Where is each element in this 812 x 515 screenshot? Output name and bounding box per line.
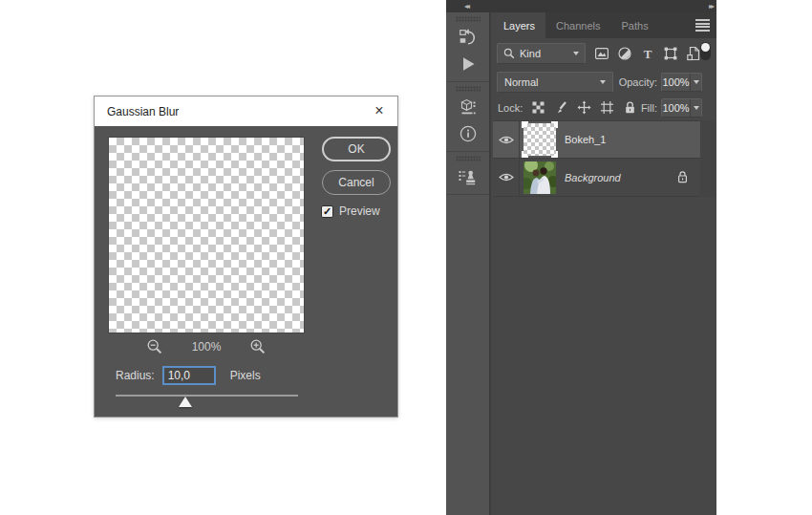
magnifier-plus-icon[interactable] [249, 338, 267, 355]
lock-row: Lock: [493, 95, 716, 120]
actions-panel-icon[interactable] [446, 51, 489, 77]
layer-locked-icon[interactable] [676, 170, 689, 184]
layer-filter-toggle-icon[interactable] [700, 42, 711, 60]
chevron-down-icon [694, 106, 699, 110]
info-panel-icon[interactable] [446, 120, 489, 147]
dock-section [446, 16, 489, 82]
opacity-label: Opacity: [619, 76, 657, 88]
lock-transparency-icon[interactable] [530, 100, 545, 116]
blend-mode-value: Normal [504, 76, 538, 88]
selection-bracket [522, 121, 528, 128]
tab-paths[interactable]: Paths [611, 12, 659, 38]
layer-comps-panel-icon[interactable] [446, 163, 489, 190]
preview-checkbox-label: Preview [339, 204, 380, 218]
radius-label: Radius: [116, 369, 155, 382]
drag-grip[interactable] [456, 16, 481, 22]
collapse-panels-icon[interactable]: ▸▸ [709, 0, 713, 12]
selection-bracket [551, 151, 558, 158]
shape-layer-filter-icon[interactable] [663, 46, 678, 61]
layer-thumbnail[interactable] [524, 123, 556, 156]
dock-section [446, 156, 489, 195]
history-panel-icon[interactable] [446, 24, 489, 51]
kind-filter-label: Kind [520, 48, 541, 59]
radius-unit-label: Pixels [230, 369, 261, 382]
layer-filter-row: Kind T [493, 38, 716, 69]
layer-row-background[interactable]: Background [493, 159, 700, 197]
chevron-down-icon [573, 52, 579, 55]
type-layer-filter-icon[interactable]: T [640, 46, 655, 61]
dock-section [446, 86, 489, 152]
lock-icons [530, 100, 637, 116]
panel-tabbar: Layers Channels Paths [493, 12, 716, 38]
opacity-value-box[interactable]: 100% [661, 73, 702, 92]
tab-channels[interactable]: Channels [545, 12, 610, 38]
adjustment-layer-filter-icon[interactable] [617, 46, 632, 61]
chevron-down-icon [600, 80, 606, 84]
radius-input[interactable] [162, 366, 216, 385]
selection-bracket [551, 121, 558, 128]
lock-label: Lock: [498, 102, 523, 114]
photo-thumbnail [524, 161, 556, 194]
dialog-title: Gaussian Blur [95, 105, 179, 118]
drag-grip[interactable] [456, 86, 481, 92]
expand-panels-icon[interactable]: ◂◂ [464, 0, 468, 12]
panel-top-bar: ◂◂ ▸▸ [446, 0, 716, 12]
preview-checkbox[interactable]: ✓ [321, 205, 333, 218]
magnifier-minus-icon[interactable] [146, 338, 163, 355]
kind-filter-dropdown[interactable]: Kind [497, 43, 586, 64]
lock-position-icon[interactable] [576, 100, 591, 116]
eye-icon [499, 172, 514, 182]
layer-thumbnail[interactable] [524, 161, 556, 194]
smart-object-filter-icon[interactable] [686, 46, 701, 61]
svg-text:T: T [644, 47, 652, 61]
layer-row-bokeh[interactable]: Bokeh_1 [493, 120, 700, 159]
blur-preview-area[interactable] [108, 137, 305, 333]
selection-bracket [522, 151, 528, 158]
drag-grip[interactable] [456, 156, 481, 161]
filter-type-icons: T [594, 46, 701, 61]
panel-icon-dock [446, 12, 491, 515]
close-icon[interactable]: × [370, 101, 389, 120]
layers-list: Bokeh_1 [493, 120, 700, 197]
hamburger-menu-icon[interactable] [695, 19, 710, 32]
fill-label: Fill: [641, 102, 657, 114]
photoshop-workspace: Gaussian Blur × OK Cancel ✓ Preview 100%… [0, 0, 812, 515]
tool-presets-panel-icon[interactable] [446, 94, 489, 120]
lock-all-icon[interactable] [622, 100, 637, 116]
zoom-level-value: 100% [190, 340, 223, 354]
cancel-button[interactable]: Cancel [322, 170, 391, 195]
layers-list-gutter [700, 120, 716, 197]
fill-value-box[interactable]: 100% [661, 98, 702, 118]
lock-artboard-icon[interactable] [599, 100, 614, 116]
layer-name[interactable]: Background [565, 172, 621, 183]
visibility-toggle[interactable] [493, 159, 520, 196]
blend-mode-dropdown[interactable]: Normal [497, 72, 613, 93]
blend-mode-row: Normal Opacity: 100% [493, 69, 716, 95]
pixel-layer-filter-icon[interactable] [594, 46, 609, 61]
preview-zoom-controls: 100% [108, 337, 305, 356]
opacity-value: 100% [662, 76, 690, 88]
tab-layers[interactable]: Layers [493, 12, 545, 38]
ok-button[interactable]: OK [322, 137, 391, 161]
panel-group: ◂◂ ▸▸ [446, 0, 716, 515]
eye-icon [499, 135, 514, 145]
chevron-down-icon [694, 80, 699, 84]
dialog-titlebar[interactable]: Gaussian Blur × [95, 97, 397, 126]
layers-panel: Layers Channels Paths Kind [493, 12, 716, 515]
visibility-toggle[interactable] [493, 121, 520, 158]
radius-slider-track[interactable] [116, 395, 298, 397]
layer-name[interactable]: Bokeh_1 [565, 134, 606, 145]
radius-row: Radius: Pixels [116, 366, 261, 385]
magnifier-icon [503, 48, 515, 59]
lock-pixels-icon[interactable] [553, 100, 568, 116]
gaussian-blur-dialog: Gaussian Blur × OK Cancel ✓ Preview 100%… [94, 96, 398, 418]
fill-value: 100% [662, 102, 690, 114]
radius-slider-thumb[interactable] [179, 397, 192, 407]
preview-checkbox-row: ✓ Preview [321, 204, 380, 218]
